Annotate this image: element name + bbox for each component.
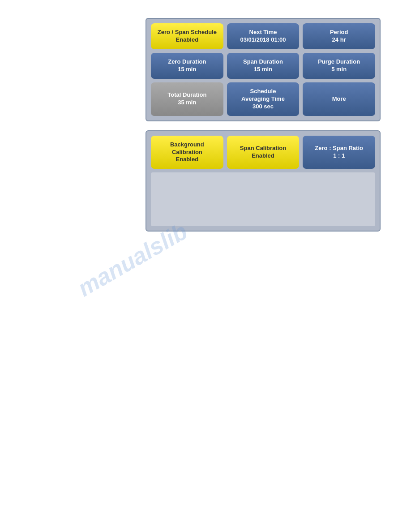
next-time-button[interactable]: Next Time03/01/2018 01:00 (227, 23, 300, 49)
purge-duration-button[interactable]: Purge Duration5 min (303, 53, 375, 79)
total-duration-label: Total Duration35 min (167, 91, 206, 107)
next-time-label: Next Time03/01/2018 01:00 (240, 29, 286, 44)
purge-duration-label: Purge Duration5 min (318, 58, 360, 73)
schedule-averaging-time-label: ScheduleAveraging Time300 sec (241, 88, 285, 111)
background-calibration-enabled-button[interactable]: Background CalibrationEnabled (151, 136, 223, 169)
panel1-grid: Zero / Span ScheduleEnabled Next Time03/… (151, 23, 375, 116)
more-button[interactable]: More (303, 82, 375, 116)
zero-duration-label: Zero Duration15 min (168, 58, 206, 73)
zero-span-schedule-panel: Zero / Span ScheduleEnabled Next Time03/… (146, 18, 381, 121)
period-button[interactable]: Period24 hr (303, 23, 375, 49)
span-calibration-enabled-label: Span CalibrationEnabled (240, 145, 286, 160)
span-duration-button[interactable]: Span Duration15 min (227, 53, 300, 79)
period-label: Period24 hr (330, 29, 348, 44)
span-duration-label: Span Duration15 min (243, 58, 283, 73)
span-calibration-enabled-button[interactable]: Span CalibrationEnabled (227, 136, 300, 169)
zero-span-schedule-enabled-label: Zero / Span ScheduleEnabled (158, 29, 217, 44)
main-container: Zero / Span ScheduleEnabled Next Time03/… (0, 0, 411, 232)
empty-area (151, 172, 375, 226)
background-calibration-enabled-label: Background CalibrationEnabled (154, 141, 220, 164)
more-label: More (332, 95, 346, 103)
zero-span-schedule-enabled-button[interactable]: Zero / Span ScheduleEnabled (151, 23, 223, 49)
calibration-panel: Background CalibrationEnabled Span Calib… (146, 130, 381, 232)
zero-span-ratio-button[interactable]: Zero : Span Ratio1 : 1 (303, 136, 375, 169)
zero-span-ratio-label: Zero : Span Ratio1 : 1 (315, 145, 363, 160)
zero-duration-button[interactable]: Zero Duration15 min (151, 53, 223, 79)
total-duration-button[interactable]: Total Duration35 min (151, 82, 223, 116)
panel2-grid: Background CalibrationEnabled Span Calib… (151, 136, 375, 169)
schedule-averaging-time-button[interactable]: ScheduleAveraging Time300 sec (227, 82, 300, 116)
